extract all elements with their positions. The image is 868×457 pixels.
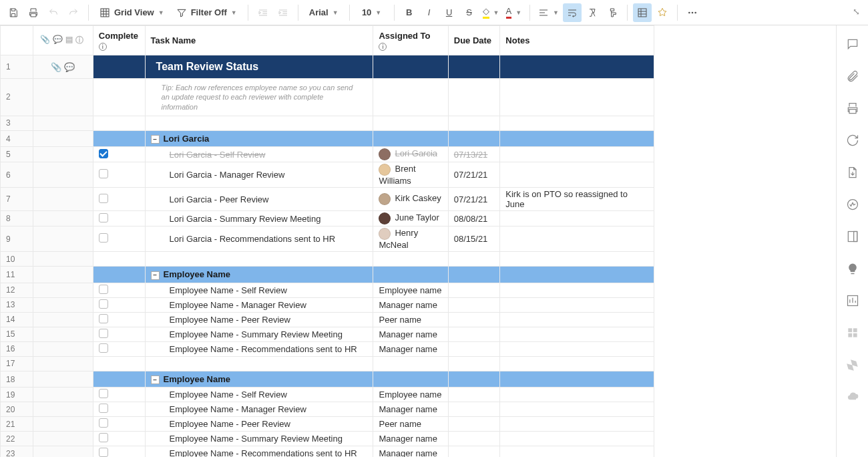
collapse-toggle[interactable]: − [151,271,160,280]
assigned-cell[interactable]: Manager name [373,341,448,356]
filter-button[interactable]: Filter Off ▼ [171,3,242,22]
due-cell[interactable]: 07/21/21 [448,188,500,211]
fill-color-button[interactable]: ◇▼ [480,3,502,22]
collapse-icon[interactable]: ⤡ [853,7,860,17]
clear-format-button[interactable] [583,3,602,22]
complete-cell[interactable] [93,162,145,188]
strikethrough-button[interactable]: S [460,3,479,22]
font-size-select[interactable]: 10 ▼ [355,3,389,22]
complete-cell[interactable] [93,297,145,312]
italic-button[interactable]: I [420,3,439,22]
table-row[interactable]: 23 Employee Name - Recommendations sent … [1,446,654,457]
due-cell[interactable] [448,446,500,457]
complete-cell[interactable] [93,327,145,341]
bold-button[interactable]: B [400,3,419,22]
table-row[interactable]: 15 Employee Name - Summary Review Meetin… [1,327,654,341]
wrap-text-button[interactable] [563,3,582,22]
notes-cell[interactable] [500,162,654,188]
tip-row[interactable]: 2 Tip: Each row references employee name… [1,79,654,116]
assigned-cell[interactable]: Manager name [373,297,448,312]
apps-panel-button[interactable] [845,325,861,341]
conditional-format-button[interactable] [633,3,652,22]
section-name[interactable]: −Employee Name [145,267,373,283]
cell[interactable] [500,55,654,79]
sheet-area[interactable]: 📎 💬 ▤ ⓘ Complete i Task Name Assigned To [0,25,836,457]
notes-cell[interactable]: Kirk is on PTO so reassigned to June [500,188,654,211]
comment-icon[interactable]: 💬 [64,62,75,72]
complete-cell[interactable] [93,147,145,162]
assigned-cell[interactable]: Employee name [373,283,448,297]
complete-cell[interactable] [93,283,145,297]
task-cell[interactable]: Lori Garcia - Self Review [145,147,373,162]
assigned-cell[interactable]: Peer name [373,417,448,432]
table-row[interactable]: 9 Lori Garcia - Recommendations sent to … [1,226,654,252]
checkbox[interactable] [99,233,108,243]
assigned-cell[interactable]: June Taylor [373,211,448,226]
brandfolder-panel-button[interactable] [845,261,861,277]
checkbox[interactable] [99,285,108,294]
due-cell[interactable]: 08/08/21 [448,211,500,226]
table-row[interactable]: 22 Employee Name - Summary Review Meetin… [1,432,654,446]
checkbox[interactable] [99,213,108,222]
table-row[interactable]: 21 Employee Name - Peer Review Peer name [1,417,654,432]
cell[interactable] [373,79,448,116]
notes-cell[interactable] [500,402,654,417]
cell[interactable] [373,55,448,79]
attachment-icon[interactable]: 📎 [51,62,61,72]
assigned-cell[interactable]: Lori Garcia [373,147,448,162]
cell[interactable] [448,79,500,116]
task-cell[interactable]: Employee Name - Peer Review [145,312,373,327]
notes-cell[interactable] [500,147,654,162]
task-cell[interactable]: Lori Garcia - Summary Review Meeting [145,211,373,226]
collapse-toggle[interactable]: − [151,135,160,144]
checkbox[interactable] [99,433,108,442]
table-row[interactable]: 19 Employee Name - Self Review Employee … [1,388,654,402]
cell[interactable] [93,130,145,147]
table-row[interactable]: 10 [1,252,654,267]
notes-cell[interactable] [500,297,654,312]
task-cell[interactable]: Employee Name - Peer Review [145,417,373,432]
table-row[interactable]: 16 Employee Name - Recommendations sent … [1,341,654,356]
table-row[interactable]: 14 Employee Name - Peer Review Peer name [1,312,654,327]
notes-cell[interactable] [500,417,654,432]
export-panel-button[interactable] [845,164,861,180]
font-family-select[interactable]: Arial ▼ [304,3,344,22]
task-cell[interactable]: Employee Name - Manager Review [145,297,373,312]
checkbox[interactable] [99,389,108,398]
due-cell[interactable] [448,297,500,312]
complete-cell[interactable] [93,417,145,432]
title-row[interactable]: 1 📎💬 Team Review Status [1,55,654,79]
table-row[interactable]: 7 Lori Garcia - Peer Review Kirk Caskey … [1,188,654,211]
summary-panel-button[interactable] [845,228,861,245]
complete-cell[interactable] [93,402,145,417]
collapse-toggle[interactable]: − [151,375,160,384]
undo-button[interactable] [44,3,63,22]
due-cell[interactable]: 08/15/21 [448,226,500,252]
complete-cell[interactable] [93,211,145,226]
table-row[interactable]: 5 Lori Garcia - Self Review Lori Garcia … [1,147,654,162]
task-cell[interactable]: Employee Name - Recommendations sent to … [145,341,373,356]
complete-cell[interactable] [93,432,145,446]
title-cell[interactable]: Team Review Status [145,55,373,79]
task-cell[interactable]: Employee Name - Summary Review Meeting [145,327,373,341]
assigned-cell[interactable]: Manager name [373,432,448,446]
notes-cell[interactable] [500,226,654,252]
complete-cell[interactable] [93,188,145,211]
due-cell[interactable]: 07/21/21 [448,162,500,188]
assigned-cell[interactable]: Henry McNeal [373,226,448,252]
section-row[interactable]: 4 −Lori Garcia [1,130,654,147]
complete-cell[interactable] [93,388,145,402]
assigned-cell[interactable]: Kirk Caskey [373,188,448,211]
attachments-panel-button[interactable] [845,68,861,84]
col-assigned[interactable]: Assigned To i [373,26,448,55]
notes-cell[interactable] [500,388,654,402]
due-cell[interactable] [448,341,500,356]
task-cell[interactable]: Employee Name - Summary Review Meeting [145,432,373,446]
table-row[interactable]: 6 Lori Garcia - Manager Review Brent Wil… [1,162,654,188]
more-button[interactable] [683,3,702,22]
notes-cell[interactable] [500,327,654,341]
assigned-cell[interactable]: Peer name [373,312,448,327]
align-button[interactable]: ▼ [535,3,562,22]
checkbox[interactable] [99,169,108,178]
cloud-panel-button[interactable] [845,389,861,405]
